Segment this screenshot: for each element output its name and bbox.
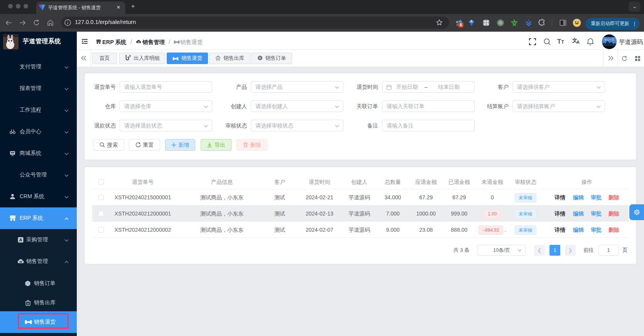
svg-text:文心一言: 文心一言 [604,38,615,41]
svg-text:6: 6 [460,23,462,27]
svg-text:A: A [19,238,22,242]
